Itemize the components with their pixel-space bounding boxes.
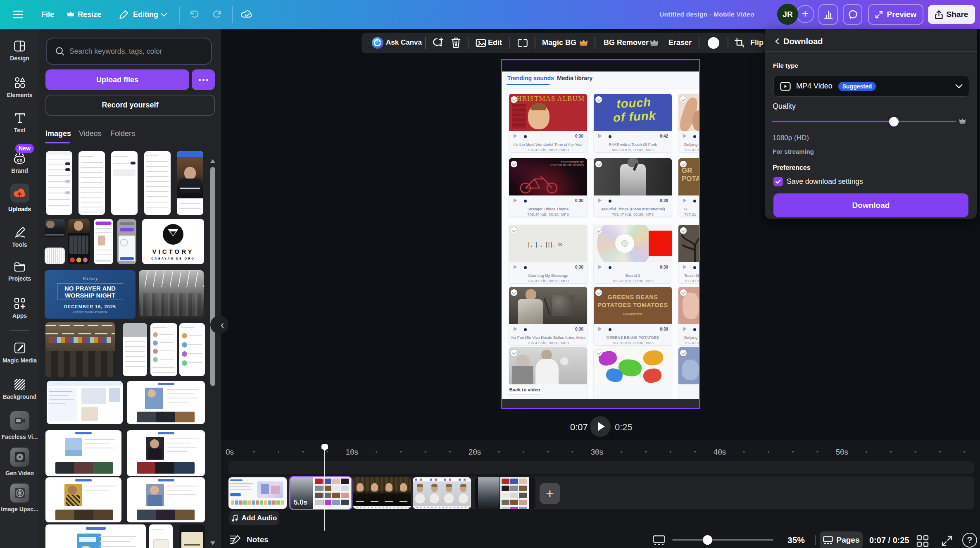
svg-text:co: co: [17, 157, 22, 162]
